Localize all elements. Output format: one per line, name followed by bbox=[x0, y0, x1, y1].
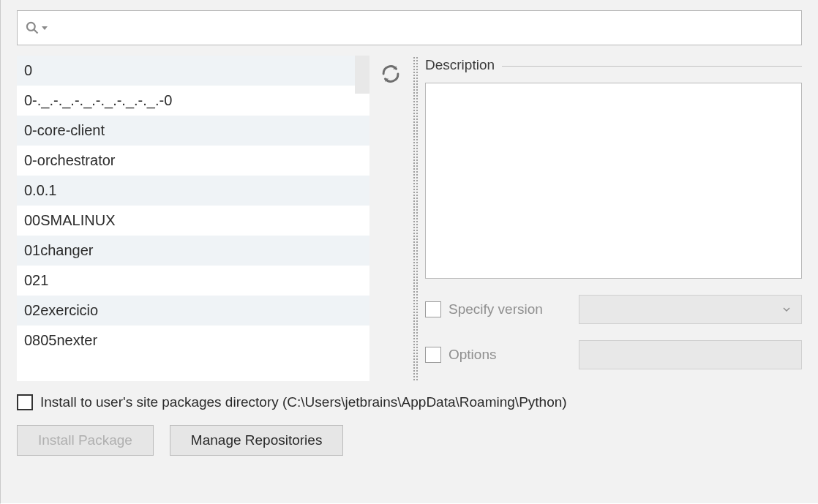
package-list-item[interactable]: 0.0.1 bbox=[17, 176, 369, 206]
install-user-site-checkbox[interactable] bbox=[17, 394, 33, 410]
package-list-item[interactable]: 0805nexter bbox=[17, 326, 369, 356]
refresh-icon bbox=[380, 64, 401, 84]
search-input[interactable] bbox=[51, 15, 794, 41]
manage-repositories-button[interactable]: Manage Repositories bbox=[170, 425, 344, 456]
search-bar bbox=[17, 10, 802, 45]
refresh-button[interactable] bbox=[378, 61, 403, 86]
specify-version-label: Specify version bbox=[444, 301, 576, 317]
options-input[interactable] bbox=[579, 340, 802, 369]
options-checkbox[interactable] bbox=[425, 347, 441, 363]
dropdown-triangle-icon bbox=[41, 24, 48, 31]
specify-version-checkbox[interactable] bbox=[425, 301, 441, 317]
splitter-handle[interactable] bbox=[412, 56, 419, 381]
install-user-site-label: Install to user's site packages director… bbox=[40, 394, 567, 410]
package-list-item[interactable]: 02exercicio bbox=[17, 296, 369, 326]
package-list-item[interactable]: 0 bbox=[17, 56, 369, 86]
package-list-item[interactable]: 00SMALINUX bbox=[17, 206, 369, 236]
package-list-item[interactable]: 0-._.-._.-._.-._.-._.-._.-0 bbox=[17, 86, 369, 116]
install-package-button[interactable]: Install Package bbox=[17, 425, 154, 456]
package-list-item[interactable]: 0-orchestrator bbox=[17, 146, 369, 176]
svg-point-0 bbox=[27, 23, 35, 31]
package-list-scroll[interactable]: 0 0-._.-._.-._.-._.-._.-._.-0 0-core-cli… bbox=[17, 56, 369, 381]
options-label: Options bbox=[444, 347, 576, 363]
package-list-item[interactable]: 021 bbox=[17, 266, 369, 296]
package-list-item[interactable]: 0-core-client bbox=[17, 116, 369, 146]
search-dropdown-icon[interactable] bbox=[25, 20, 51, 35]
package-list: 0 0-._.-._.-._.-._.-._.-._.-0 0-core-cli… bbox=[17, 56, 369, 381]
chevron-down-icon bbox=[781, 304, 792, 315]
package-list-item[interactable]: 01changer bbox=[17, 236, 369, 266]
search-icon bbox=[25, 20, 40, 35]
svg-line-1 bbox=[34, 30, 38, 34]
description-text-area bbox=[425, 83, 802, 279]
version-select[interactable] bbox=[579, 295, 802, 324]
scrollbar-thumb[interactable] bbox=[355, 56, 369, 94]
description-label: Description bbox=[425, 57, 502, 73]
